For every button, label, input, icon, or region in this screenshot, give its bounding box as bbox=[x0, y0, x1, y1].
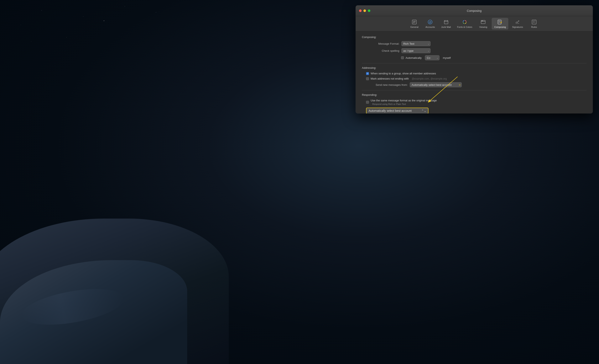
featured-dropdown-row: Automatically select best account ⌃⌄ bbox=[362, 108, 587, 113]
title-bar: Composing bbox=[356, 5, 593, 16]
viewing-label: Viewing bbox=[479, 26, 487, 28]
same-format-text-group: Use the same message format as the origi… bbox=[371, 99, 437, 106]
message-format-dropdown-wrapper: Rich Text Plain Text ⌄ bbox=[401, 41, 431, 46]
automatically-label: Automatically bbox=[405, 56, 422, 59]
check-spelling-dropdown[interactable]: as I type when I click Send never bbox=[401, 48, 431, 53]
send-from-dropdown-wrapper: Automatically select best account ⊙ bbox=[410, 82, 462, 87]
toolbar-accounts[interactable]: @ Accounts bbox=[423, 18, 437, 29]
svg-rect-21 bbox=[532, 20, 536, 24]
signatures-label: Signatures bbox=[512, 26, 523, 28]
toolbar-composing[interactable]: Composing bbox=[492, 18, 508, 29]
myself-text: myself bbox=[443, 56, 451, 59]
cc-bcc-dropdown[interactable]: Cc: Bcc: bbox=[425, 55, 440, 60]
svg-point-11 bbox=[464, 21, 466, 23]
mark-addresses-label: Mark addresses not ending with bbox=[371, 77, 409, 80]
toolbar-rules[interactable]: Rules bbox=[527, 18, 541, 29]
composing-section-title: Composing: bbox=[362, 35, 587, 39]
automatically-row: Automatically Cc: Bcc: ⌄ myself bbox=[362, 55, 587, 60]
traffic-lights bbox=[359, 9, 370, 12]
show-member-addresses-checkbox[interactable] bbox=[366, 72, 369, 75]
window-title: Composing bbox=[467, 9, 482, 12]
addressing-section-title: Addressing: bbox=[362, 66, 587, 69]
show-member-addresses-row: When sending to a group, show all member… bbox=[362, 72, 587, 75]
svg-text:@: @ bbox=[429, 21, 432, 24]
automatically-checkbox[interactable] bbox=[401, 56, 404, 59]
rules-label: Rules bbox=[531, 26, 537, 28]
svg-point-14 bbox=[482, 21, 482, 21]
toolbar: General @ Accounts Junk Mail bbox=[356, 16, 593, 31]
message-format-label: Message Format: bbox=[366, 42, 399, 45]
svg-rect-6 bbox=[444, 21, 448, 24]
check-spelling-label: Check spelling bbox=[366, 49, 399, 52]
same-format-label: Use the same message format as the origi… bbox=[371, 99, 437, 102]
viewing-icon bbox=[480, 19, 486, 25]
toolbar-fonts-colors[interactable]: Fonts & Colors bbox=[455, 18, 475, 29]
junk-mail-icon bbox=[443, 19, 449, 25]
composing-label: Composing bbox=[494, 26, 506, 28]
message-format-row: Message Format: Rich Text Plain Text ⌄ bbox=[362, 41, 587, 46]
message-format-dropdown[interactable]: Rich Text Plain Text bbox=[401, 41, 431, 46]
junk-mail-label: Junk Mail bbox=[441, 26, 451, 28]
minimize-button[interactable] bbox=[363, 9, 366, 12]
cc-bcc-dropdown-wrapper: Cc: Bcc: ⌄ bbox=[425, 55, 440, 60]
responding-section-title: Responding: bbox=[362, 93, 587, 96]
signatures-icon bbox=[515, 19, 520, 25]
separator-2 bbox=[362, 90, 587, 90]
svg-point-15 bbox=[483, 21, 483, 21]
composing-window: Composing General @ Accounts bbox=[356, 5, 593, 113]
accounts-label: Accounts bbox=[425, 26, 435, 28]
show-member-addresses-label: When sending to a group, show all member… bbox=[371, 72, 436, 75]
maximize-button[interactable] bbox=[368, 9, 370, 12]
featured-dropdown[interactable]: Automatically select best account ⌃⌄ bbox=[366, 108, 428, 113]
featured-dropdown-arrow-icon: ⌃⌄ bbox=[421, 109, 426, 112]
mark-addresses-row: Mark addresses not ending with @example.… bbox=[362, 77, 587, 80]
send-from-dropdown[interactable]: Automatically select best account bbox=[410, 82, 462, 87]
composing-icon bbox=[497, 19, 503, 25]
same-format-row: Use the same message format as the origi… bbox=[362, 99, 587, 106]
toolbar-general[interactable]: General bbox=[407, 18, 422, 29]
separator-1 bbox=[362, 63, 587, 63]
toolbar-viewing[interactable]: Viewing bbox=[476, 18, 490, 29]
content-area: Composing: Message Format: Rich Text Pla… bbox=[356, 31, 593, 113]
close-button[interactable] bbox=[359, 9, 362, 12]
toolbar-signatures[interactable]: Signatures bbox=[510, 18, 526, 29]
send-from-label: Send new messages from: bbox=[366, 83, 408, 86]
fonts-colors-icon bbox=[462, 19, 467, 25]
check-spelling-row: Check spelling as I type when I click Se… bbox=[362, 48, 587, 53]
check-spelling-dropdown-wrapper: as I type when I click Send never ⌄ bbox=[401, 48, 431, 53]
fonts-colors-label: Fonts & Colors bbox=[457, 26, 472, 28]
toolbar-junk-mail[interactable]: Junk Mail bbox=[439, 18, 453, 29]
svg-rect-16 bbox=[498, 20, 501, 24]
general-icon bbox=[411, 19, 417, 25]
same-format-sublabel: Respond using Rich or Plain Text bbox=[372, 103, 406, 105]
svg-line-25 bbox=[428, 77, 458, 102]
mark-addresses-checkbox[interactable] bbox=[366, 77, 369, 80]
accounts-icon: @ bbox=[427, 19, 433, 25]
general-label: General bbox=[410, 26, 418, 28]
rules-icon bbox=[531, 19, 537, 25]
send-from-row: Send new messages from: Automatically se… bbox=[362, 82, 587, 87]
same-format-checkbox[interactable] bbox=[366, 101, 369, 104]
featured-dropdown-value: Automatically select best account bbox=[369, 109, 412, 112]
mark-addresses-placeholder: @example.com, @example.org bbox=[412, 77, 447, 80]
